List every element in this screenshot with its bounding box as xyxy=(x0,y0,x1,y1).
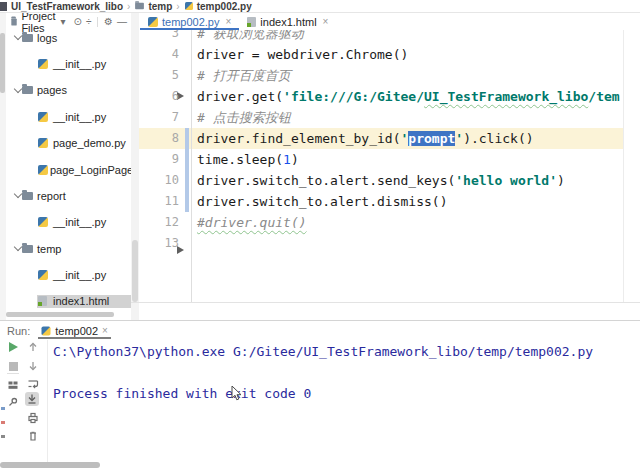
code-line-3[interactable]: # 获取浏览器驱动 xyxy=(197,30,304,44)
code-line-8[interactable]: driver.find_element_by_id('prompt').clic… xyxy=(197,128,534,149)
tree-item--init-py[interactable]: __init__.py xyxy=(6,57,131,70)
code-line-10[interactable]: driver.switch_to.alert.send_keys('hello … xyxy=(197,170,565,191)
selected-text: prompt xyxy=(408,131,455,146)
python-file-icon xyxy=(38,112,48,122)
line-number: 9 xyxy=(139,149,179,170)
tab-index1-html[interactable]: index1.html × xyxy=(239,13,336,30)
close-icon[interactable]: × xyxy=(225,16,231,27)
up-stack-trace-icon[interactable] xyxy=(26,340,40,354)
editor-area: temp002.py × index1.html × 3# 获取浏览器驱动4dr… xyxy=(139,13,640,320)
python-file-icon xyxy=(38,165,48,175)
print-icon[interactable] xyxy=(26,411,40,425)
breadcrumb-file[interactable]: temp002.py xyxy=(184,1,252,12)
editor-bottom-border xyxy=(131,302,640,303)
code-token: driver.switch_to.alert.dismiss() xyxy=(197,194,447,209)
code-line-11[interactable]: driver.switch_to.alert.dismiss() xyxy=(197,191,447,212)
breadcrumb-separator: › xyxy=(176,1,179,12)
editor-scrollbar-track[interactable] xyxy=(623,30,640,302)
html-file-icon xyxy=(38,296,47,306)
tree-item-temp[interactable]: temp xyxy=(6,242,131,255)
tree-item--init-py[interactable]: __init__.py xyxy=(6,268,131,281)
run-label: Run: xyxy=(7,325,30,337)
code-line-9[interactable]: time.sleep(1) xyxy=(197,149,299,170)
code-token: #driver.quit() xyxy=(197,215,307,230)
rerun-icon[interactable] xyxy=(6,340,20,354)
line-number: 5 xyxy=(139,65,179,86)
tree-item-index1-html[interactable]: index1.html xyxy=(6,295,131,308)
breadcrumb-temp[interactable]: temp xyxy=(134,1,172,12)
code-line-5[interactable]: # 打开百度首页 xyxy=(197,65,291,86)
tree-item-logs[interactable]: logs xyxy=(6,31,131,44)
code-token: driver.get( xyxy=(197,89,283,104)
code-token: # 打开百度首页 xyxy=(197,68,291,83)
code-token: driver = webdriver.Chrome() xyxy=(197,47,408,62)
folder-icon xyxy=(22,192,33,200)
chevron-expanded-icon[interactable] xyxy=(14,85,22,93)
tree-item-label: report xyxy=(37,190,66,202)
down-stack-trace-icon[interactable] xyxy=(26,359,40,373)
restore-layout-icon[interactable] xyxy=(6,378,20,392)
collapse-all-icon[interactable]: ÷ xyxy=(86,17,92,27)
project-vertical-scrollbar-thumb[interactable] xyxy=(132,240,138,302)
code-editor[interactable]: 3# 获取浏览器驱动4driver = webdriver.Chrome()5#… xyxy=(139,30,640,302)
tree-item-label: __init__.py xyxy=(53,269,106,281)
breadcrumb-project[interactable]: UI_TestFramework_libo xyxy=(11,1,123,12)
project-panel-header: Project Files ▾ ⊙ ÷ ⚙ — xyxy=(6,13,131,31)
chevron-expanded-icon[interactable] xyxy=(14,243,22,251)
folder-icon xyxy=(11,18,17,25)
mouse-cursor xyxy=(231,386,243,402)
close-icon[interactable]: × xyxy=(102,325,108,336)
tree-item-pages[interactable]: pages xyxy=(6,84,131,97)
folder-icon xyxy=(22,86,33,94)
breadcrumb-temp-label: temp xyxy=(148,1,172,12)
stripe-mark xyxy=(1,435,5,438)
breadcrumb-file-label: temp002.py xyxy=(197,1,252,12)
scroll-to-end-icon[interactable] xyxy=(25,392,39,406)
tree-item--init-py[interactable]: __init__.py xyxy=(6,110,131,123)
line-number: 10 xyxy=(139,170,179,191)
line-number: 7 xyxy=(139,107,179,128)
chevron-expanded-icon[interactable] xyxy=(14,190,22,198)
project-horizontal-scrollbar-thumb[interactable] xyxy=(6,312,114,317)
tree-item-report[interactable]: report xyxy=(6,189,131,202)
tree-item--init-py[interactable]: __init__.py xyxy=(6,216,131,229)
stripe-mark xyxy=(1,407,5,410)
code-line-7[interactable]: # 点击搜索按钮 xyxy=(197,107,291,128)
code-token: ' xyxy=(455,131,463,146)
console-line: Process finished with exit code 0 xyxy=(53,383,593,404)
pin-icon[interactable] xyxy=(6,395,20,409)
console-output[interactable]: C:\Python37\python.exe G:/Gitee/UI_TestF… xyxy=(53,341,593,404)
tab-temp002-py[interactable]: temp002.py × xyxy=(140,13,239,30)
code-token: 1 xyxy=(283,152,291,167)
run-tab-temp002[interactable]: temp002 × xyxy=(38,322,111,339)
code-token: driver.find_element_by_id( xyxy=(197,131,401,146)
chevron-expanded-icon[interactable] xyxy=(14,32,22,40)
folder-icon xyxy=(136,3,145,9)
hide-panel-icon[interactable]: — xyxy=(117,17,127,27)
python-file-icon xyxy=(185,2,193,10)
tree-item-label: __init__.py xyxy=(53,216,106,228)
tree-item-page-demo-py[interactable]: page_demo.py xyxy=(6,137,131,150)
chevron-down-icon[interactable]: ▾ xyxy=(61,17,66,27)
tab-label: index1.html xyxy=(260,16,316,28)
python-file-icon xyxy=(38,59,48,69)
console-horizontal-scrollbar-thumb[interactable] xyxy=(0,462,100,468)
divider xyxy=(7,373,19,374)
code-line-4[interactable]: driver = webdriver.Chrome() xyxy=(197,44,408,65)
code-line-12[interactable]: #driver.quit() xyxy=(197,212,307,233)
line-number: 6 xyxy=(139,86,179,107)
stop-icon[interactable] xyxy=(6,359,20,373)
stripe-scrollbar-thumb[interactable] xyxy=(0,33,5,93)
settings-gear-icon[interactable]: ⚙ xyxy=(104,17,113,27)
clear-all-icon[interactable] xyxy=(26,429,40,443)
python-file-icon xyxy=(38,138,48,148)
vcs-change-bar xyxy=(185,128,189,212)
code-token: ) xyxy=(291,152,299,167)
project-tree: logs__init__.pypages__init__.pypage_demo… xyxy=(6,31,131,320)
close-icon[interactable]: × xyxy=(323,16,329,27)
tree-item-page-loginpage-py[interactable]: page_LoginPage.py xyxy=(6,163,131,176)
breadcrumb: UI_TestFramework_libo › temp › temp002.p… xyxy=(0,0,640,13)
code-line-6[interactable]: driver.get('file:///G:/Gitee/UI_TestFram… xyxy=(197,86,620,107)
locate-icon[interactable]: ⊙ xyxy=(74,17,82,27)
soft-wrap-icon[interactable] xyxy=(26,377,40,391)
